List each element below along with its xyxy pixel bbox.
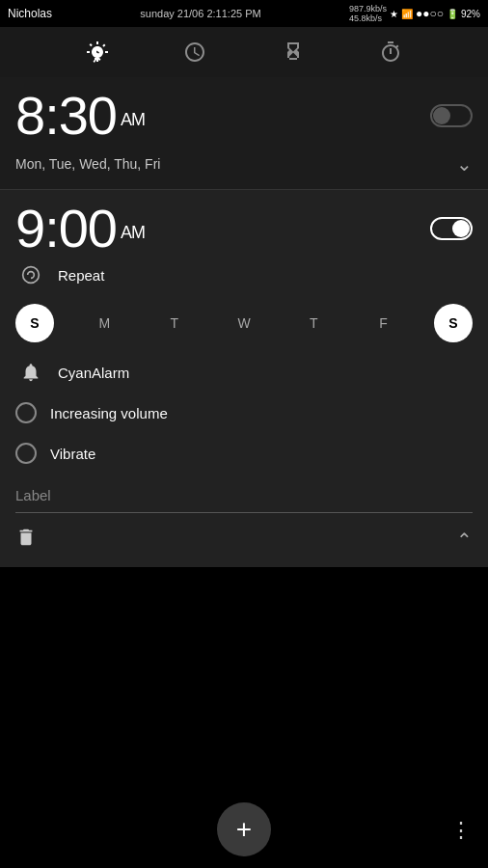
alarm2-time[interactable]: 9:00AM	[15, 202, 145, 256]
delete-alarm-button[interactable]	[15, 527, 37, 554]
signal-icon: ●●○○	[416, 7, 444, 20]
svg-point-0	[23, 267, 40, 284]
add-alarm-button[interactable]: +	[217, 802, 271, 856]
alarm-card-1: 8:30AM Mon, Tue, Wed, Thu, Fri ⌄	[0, 77, 488, 190]
network-speed: 987.9kb/s45.8kb/s	[349, 4, 387, 23]
alarm2-collapse-button[interactable]: ⌃	[456, 529, 473, 552]
day-thursday[interactable]: T	[294, 304, 333, 342]
bottom-bar: + ⋮	[0, 791, 488, 868]
icons-bar	[0, 27, 488, 77]
day-friday[interactable]: F	[365, 304, 403, 342]
status-datetime: sunday 21/06 2:11:25 PM	[140, 8, 260, 19]
status-user: Nicholas	[8, 7, 52, 20]
day-saturday[interactable]: S	[434, 304, 473, 342]
alarm-name-label: CyanAlarm	[58, 365, 129, 381]
repeat-row[interactable]: Repeat	[15, 256, 473, 294]
vibrate-row[interactable]: Vibrate	[15, 433, 473, 474]
alarm2-actions: ⌃	[15, 517, 473, 567]
ringtone-row[interactable]: Increasing volume	[15, 393, 473, 433]
day-wednesday[interactable]: W	[225, 304, 263, 342]
bell-icon	[15, 362, 46, 383]
day-monday[interactable]: M	[85, 304, 123, 342]
repeat-label: Repeat	[58, 267, 104, 284]
alarm2-toggle[interactable]	[430, 217, 473, 240]
alarm-name-row[interactable]: CyanAlarm	[15, 352, 473, 393]
star-icon: ★	[390, 9, 398, 19]
alarm1-toggle[interactable]	[430, 104, 473, 127]
repeat-icon	[15, 265, 46, 285]
wifi-icon: 📶	[401, 9, 413, 19]
day-selector: S M T W T F S	[15, 304, 473, 342]
label-underline	[15, 512, 473, 513]
label-row: Label	[15, 474, 473, 517]
status-bar: Nicholas sunday 21/06 2:11:25 PM 987.9kb…	[0, 0, 488, 27]
vibrate-radio[interactable]	[15, 443, 37, 464]
day-tuesday[interactable]: T	[155, 304, 194, 342]
alarm1-time-row: 8:30AM	[15, 89, 473, 143]
more-options-button[interactable]: ⋮	[450, 818, 473, 843]
alarm1-expand-button[interactable]: ⌄	[456, 152, 473, 176]
ringtone-label: Increasing volume	[50, 405, 168, 421]
alarm1-days: Mon, Tue, Wed, Thu, Fri	[15, 156, 160, 172]
label-placeholder[interactable]: Label	[15, 487, 51, 503]
alarm-card-2: 9:00AM Repeat S M T W T F S CyanAlarm	[0, 190, 488, 567]
vibrate-label: Vibrate	[50, 446, 95, 462]
stopwatch-icon[interactable]	[375, 37, 406, 68]
hourglass-icon[interactable]	[278, 37, 309, 68]
day-sunday[interactable]: S	[15, 304, 54, 342]
alarm1-days-row: Mon, Tue, Wed, Thu, Fri ⌄	[15, 143, 473, 189]
ringtone-radio[interactable]	[15, 402, 37, 423]
status-indicators: 987.9kb/s45.8kb/s ★ 📶 ●●○○ 🔋 92%	[349, 4, 480, 23]
battery-icon: 🔋	[447, 9, 458, 19]
alarm1-time[interactable]: 8:30AM	[15, 89, 145, 143]
alarm-icon[interactable]	[82, 37, 113, 68]
battery-percent: 92%	[461, 9, 480, 19]
alarm2-time-row: 9:00AM	[15, 202, 473, 256]
clock-icon[interactable]	[179, 37, 210, 68]
